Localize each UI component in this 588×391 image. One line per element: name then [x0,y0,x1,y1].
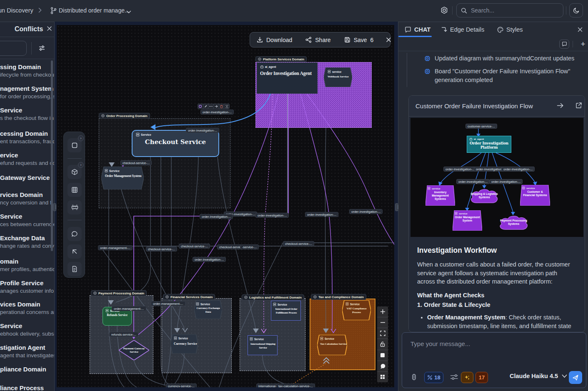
tab-chat[interactable]: CHAT [405,22,430,37]
context-tokens-badge[interactable]: 18 [424,372,443,383]
thread-toggle-button[interactable] [559,40,569,49]
breadcrumb-project[interactable]: un Discovery [0,7,33,14]
node-order-investigation-agent[interactable]: ai_agent Order Investigation Agent [257,62,318,94]
sidebar-scrollbar[interactable] [51,60,53,251]
edge-chip[interactable]: checkout-service-... [283,241,314,246]
edge-chip[interactable]: checkout-service-... [179,244,210,249]
zoom-out-button[interactable] [377,317,388,328]
conflict-list-item[interactable]: nagement System for order processing, s [0,85,55,100]
sliders-icon[interactable] [450,374,458,382]
theme-toggle-button[interactable] [569,3,583,17]
board-preview-diagram[interactable]: customer-service-... ai_agent Order Inve… [410,118,583,237]
fit-view-button[interactable] [377,328,388,339]
warnings-badge[interactable]: 17 [475,372,488,383]
ai-suggestions-badge[interactable] [461,372,473,383]
edge-chip[interactable]: order-investigation-... [305,212,338,217]
global-search-input[interactable]: Search... [456,3,563,17]
conflict-list-item[interactable]: Service ebhook delivery, subscri [0,322,55,338]
edge-chip[interactable]: order-investigation-... [186,128,219,133]
node-international-shipping-service[interactable]: Service International Shipping Service [248,335,278,355]
panel-resize-handle[interactable] [395,203,398,211]
edge-chip[interactable]: order-management-... [112,306,146,311]
edge-pin-button[interactable] [224,104,229,109]
domain-chip-platform[interactable]: Platform Services Domain [255,56,307,62]
lock-button[interactable] [377,339,388,350]
palette-grid-tool[interactable] [68,183,82,197]
edge-more-button[interactable] [208,104,214,109]
apps-button[interactable] [377,372,388,382]
palette-comment-tool[interactable] [68,227,82,241]
message-composer[interactable]: Type your message... 18 17 Claude Haiku … [402,332,586,388]
domain-chip-tax[interactable]: Tax and Compliance Domain [311,294,366,300]
minimap-button[interactable] [377,350,388,361]
edge-delete-button[interactable] [219,104,225,109]
conflict-list-item[interactable]: Gateway Service [0,174,55,182]
share-button[interactable]: Share [299,32,337,47]
palette-table-tool[interactable] [68,200,82,214]
conflict-list-item[interactable]: liance Process [0,384,55,391]
arrow-right-icon[interactable] [557,102,564,110]
conflict-list-item[interactable]: rvices Domain ncy conversion and fi [0,191,55,207]
conflict-list-item[interactable]: Service ces between currencie [0,212,55,228]
gear-icon[interactable] [440,6,449,15]
diagram-canvas[interactable]: Platform Services Domain Order Processin… [55,22,398,391]
send-button[interactable] [569,371,582,384]
new-chat-button[interactable]: + [579,39,587,49]
conflict-list-item[interactable]: ervice efund requests and co [0,151,55,167]
tab-styles[interactable]: Styles [497,22,523,37]
palette-select-tool[interactable] [68,244,82,259]
node-payment-gateway-service[interactable]: Payment Gateway Service [119,340,149,360]
panel-close-button[interactable] [577,22,583,37]
edge-chip[interactable]: currency-service-... [166,384,197,387]
edge-chip[interactable]: tax-calculation-service-... [276,384,315,387]
expand-shapes-badge[interactable]: › [78,135,84,141]
node-international-order-fulfillment[interactable]: Service International Order Fulfillment … [271,301,301,321]
node-vat-compliance-process[interactable]: Service VAT Compliance Process [342,300,371,320]
conflict-list-item[interactable]: cessing Domain ent transactions, fraud [0,130,55,145]
edge-chip[interactable]: order-investigation-... [349,209,383,214]
edge-chip[interactable]: checkout-service-... [146,247,177,252]
node-currency-exchange-data[interactable]: Service Currency Exchange Data [194,300,222,319]
expand-3d-badge[interactable]: › [78,162,84,168]
zoom-in-button[interactable] [377,306,388,317]
canvas-surface[interactable]: Platform Services Domain Order Processin… [57,25,394,387]
download-button[interactable]: Download [250,32,299,47]
conflict-list-item[interactable]: omain mer profiles, authentica [0,257,55,273]
sidebar-resize-handle[interactable] [53,203,56,211]
edge-chip[interactable]: order-investigation-... [200,110,234,115]
edge-chip[interactable]: order-investigation-... [193,257,226,262]
conflict-list-item[interactable]: stigation Agent agent that investigates [0,344,55,359]
save-button[interactable]: Save 6 [338,32,380,47]
close-toolbar-button[interactable] [380,32,394,47]
conflict-list-item[interactable]: vices Domain perational concerns an [0,300,55,316]
external-link-icon[interactable] [575,102,582,110]
edge-chip[interactable]: order-management-... [98,245,133,250]
domain-chip-financial[interactable]: Financial Services Domain [163,294,215,300]
board-name[interactable]: Distributed order manage... [59,7,130,14]
conflict-list-item[interactable]: Service s the checkout flow in [0,106,55,122]
edge-chip[interactable]: checkout-service-... [120,160,152,165]
edge-chip[interactable]: refunds-service-... [109,332,138,337]
domain-chip-logistics[interactable]: Logistics and Fulfillment Domain [242,294,304,300]
model-selector[interactable]: Claude Haiku 4.5 [510,373,567,379]
paperclip-icon[interactable] [411,373,417,384]
edge-direction-button[interactable] [214,104,219,109]
conflict-list-item[interactable]: ssing Domain ifecycle from checkou [0,63,55,79]
filter-sliders-icon[interactable] [38,45,45,52]
comments-button[interactable] [377,361,388,372]
conflict-list-item[interactable]: pliance Domain [0,365,55,373]
domain-chip-payment[interactable]: Payment Processing Domain [91,290,147,296]
conflict-list-item[interactable]: Profile Service anages customer info [0,279,55,295]
conflict-list-item[interactable]: Exchange Data hange rates and conve [0,234,55,250]
chevron-down-icon[interactable] [126,8,131,15]
node-webhook-service[interactable]: service Webhook Service [324,67,352,87]
node-order-management-system[interactable]: Service Order Management System [101,167,144,189]
tab-edge-details[interactable]: Edge Details [441,22,484,37]
edge-color-button[interactable] [198,104,203,109]
node-currency-service[interactable]: Service Currency Service [170,334,198,354]
edge-chip[interactable]: order-management-... [151,301,185,306]
edge-chip[interactable]: order-investigation-... [255,213,289,218]
edge-chip[interactable]: order-investigation-... [200,214,233,219]
chat-scroll-area[interactable]: Updated diagram with summary/mdContent u… [398,51,588,332]
edge-edit-button[interactable] [203,104,209,109]
